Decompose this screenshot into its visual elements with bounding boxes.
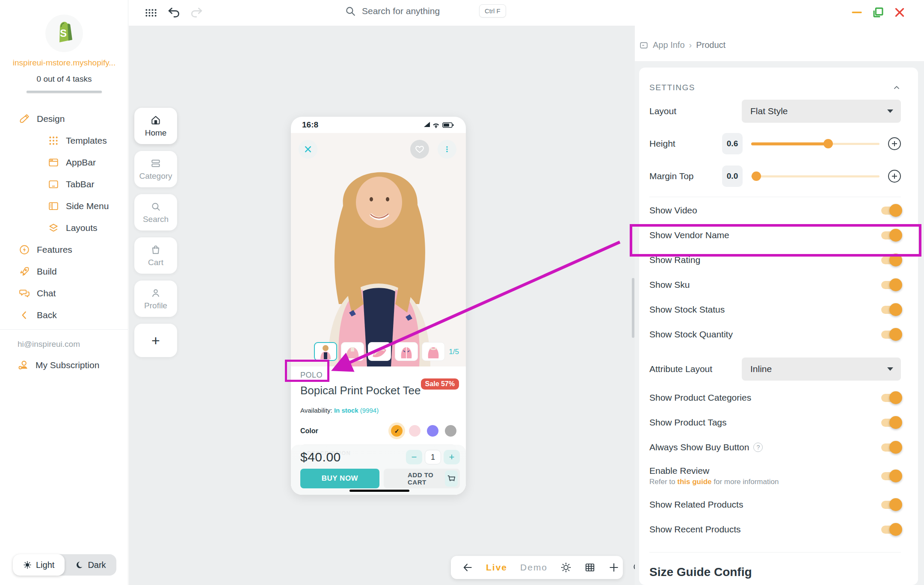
screen-card-profile[interactable]: Profile — [134, 281, 177, 317]
show-rating-toggle[interactable] — [881, 255, 901, 265]
light-mode-button[interactable]: Light — [13, 554, 65, 576]
margin-top-increase-button[interactable] — [888, 170, 901, 183]
buy-sheet: $40.00 − 1 + BUY NOW ADD TO CART — [291, 445, 466, 495]
color-swatch-pink[interactable] — [409, 425, 421, 437]
sidebar-item-features[interactable]: Features — [0, 239, 128, 260]
screen-card-label: Search — [143, 215, 169, 224]
settings-panel: App Info › Product SETTINGS Layout Flat … — [635, 26, 924, 585]
thumbnail[interactable] — [395, 342, 418, 361]
back-arrow-icon[interactable] — [462, 562, 473, 573]
sidebar-item-design[interactable]: Design — [0, 108, 128, 130]
preview-toolbar: Live Demo — [451, 556, 623, 579]
close-preview-button[interactable] — [299, 140, 317, 159]
settings-section-header[interactable]: SETTINGS — [649, 68, 901, 95]
toggle-row-always-show-buy-button: Always Show Buy Button ? — [649, 435, 901, 460]
toggle-label: Always Show Buy Button — [649, 442, 749, 452]
dark-mode-label: Dark — [88, 560, 106, 570]
breadcrumb-separator: › — [689, 40, 692, 50]
height-increase-button[interactable] — [888, 137, 901, 150]
quantity-decrease-button[interactable]: − — [406, 450, 422, 464]
panel-scrollbar[interactable] — [632, 278, 634, 338]
apps-grid-icon[interactable] — [144, 6, 158, 20]
brightness-icon[interactable] — [560, 562, 572, 573]
thumbnail[interactable] — [314, 342, 337, 361]
chevron-left-icon — [19, 310, 30, 321]
screen-card-home[interactable]: Home — [134, 108, 177, 144]
help-icon[interactable]: ? — [753, 443, 763, 452]
breadcrumb-app-info[interactable]: App Info — [653, 40, 685, 50]
screen-card-category[interactable]: Category — [134, 151, 177, 187]
show-product-tags-toggle[interactable] — [881, 417, 901, 428]
toggle-row-show-product-categories: Show Product Categories — [649, 385, 901, 410]
more-options-button[interactable] — [438, 140, 456, 159]
grid-view-icon[interactable] — [584, 562, 595, 573]
screen-card-cart[interactable]: Cart — [134, 237, 177, 274]
show-related-products-toggle[interactable] — [881, 499, 901, 510]
minimize-button[interactable] — [850, 5, 864, 20]
layout-dropdown[interactable]: Flat Style — [742, 100, 901, 123]
thumbnail[interactable] — [422, 342, 445, 361]
sidebar-item-templates[interactable]: Templates — [0, 130, 128, 151]
undo-icon[interactable] — [167, 6, 181, 20]
color-swatch-orange[interactable] — [391, 425, 403, 437]
show-stock-status-toggle[interactable] — [881, 304, 901, 315]
quantity-increase-button[interactable]: + — [444, 450, 460, 464]
toggle-row-show-rating: Show Rating — [649, 248, 901, 272]
enable-review-toggle[interactable] — [881, 471, 901, 481]
sidebar-item-tabbar[interactable]: TabBar — [0, 173, 128, 195]
always-show-buy-button-toggle[interactable] — [881, 442, 901, 452]
margin-top-slider[interactable] — [751, 171, 880, 181]
review-note: Refer to this guide for more information — [649, 478, 779, 486]
add-to-cart-label: ADD TO CART — [408, 471, 445, 486]
quantity-stepper: − 1 + — [406, 450, 460, 464]
paint-brush-icon — [19, 113, 30, 124]
buy-now-button[interactable]: BUY NOW — [300, 469, 379, 488]
restore-button[interactable] — [871, 5, 886, 20]
dark-mode-button[interactable]: Dark — [65, 554, 116, 576]
toggle-label: Show Related Products — [649, 499, 743, 510]
show-sku-toggle[interactable] — [881, 280, 901, 290]
attribute-layout-row: Attribute Layout Inline — [649, 353, 901, 385]
height-slider[interactable] — [751, 139, 880, 148]
sidebar-item-layouts[interactable]: Layouts — [0, 217, 128, 239]
review-guide-link[interactable]: this guide — [677, 478, 711, 486]
sidebar-item-build[interactable]: Build — [0, 260, 128, 282]
live-mode-tab[interactable]: Live — [486, 562, 507, 573]
settings-section-title: SETTINGS — [649, 83, 695, 92]
redo-icon[interactable] — [190, 6, 203, 20]
sidebar-item-label: AppBar — [66, 157, 96, 168]
attribute-layout-dropdown[interactable]: Inline — [742, 358, 901, 381]
search-input[interactable] — [362, 6, 473, 16]
sidebar-item-back[interactable]: Back — [0, 304, 128, 326]
add-widget-icon[interactable] — [608, 562, 619, 573]
tasks-progress-label: 0 out of 4 tasks — [0, 74, 128, 84]
show-video-toggle[interactable] — [881, 205, 901, 216]
thumbnail[interactable] — [341, 342, 364, 361]
show-product-categories-toggle[interactable] — [881, 393, 901, 403]
screen-card-search[interactable]: Search — [134, 194, 177, 230]
sidebar-item-chat[interactable]: Chat — [0, 282, 128, 304]
add-to-cart-button[interactable]: ADD TO CART — [384, 469, 460, 488]
color-row: Color — [300, 425, 456, 437]
demo-mode-tab[interactable]: Demo — [520, 562, 548, 573]
toggle-label: Enable Review — [649, 466, 779, 476]
color-swatch-gray[interactable] — [445, 425, 456, 437]
show-vendor-name-toggle[interactable] — [881, 230, 901, 240]
thumbnail[interactable] — [368, 342, 391, 361]
availability-value: In stock — [334, 407, 358, 414]
wishlist-button[interactable] — [410, 140, 429, 159]
sidebar-item-side-menu[interactable]: Side Menu — [0, 195, 128, 217]
color-swatches — [391, 425, 456, 437]
height-slider-knob[interactable] — [823, 139, 833, 148]
close-button[interactable] — [892, 5, 907, 20]
sidebar-item-label: TabBar — [66, 179, 95, 189]
my-subscription-link[interactable]: My Subscription — [0, 356, 128, 375]
breadcrumb-product[interactable]: Product — [696, 40, 726, 50]
color-swatch-purple[interactable] — [427, 425, 438, 437]
margin-top-slider-knob[interactable] — [752, 171, 761, 181]
add-screen-button[interactable]: + — [134, 324, 177, 357]
show-stock-quantity-toggle[interactable] — [881, 329, 901, 340]
sidebar-item-appbar[interactable]: AppBar — [0, 151, 128, 173]
sun-icon — [23, 561, 32, 569]
show-recent-products-toggle[interactable] — [881, 524, 901, 535]
